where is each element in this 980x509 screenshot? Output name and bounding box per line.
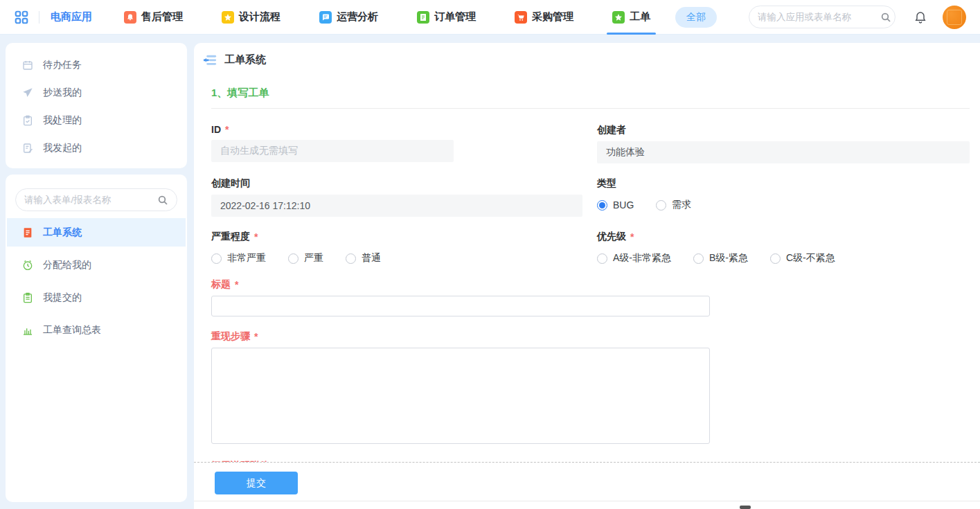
sidebar-item-label: 分配给我的 bbox=[43, 259, 91, 271]
nav-app-label: 运营分析 bbox=[337, 10, 378, 24]
radio-label: B级-紧急 bbox=[709, 252, 748, 265]
sidebar-item-label: 工单系统 bbox=[43, 226, 82, 239]
radio-unchecked-icon bbox=[288, 253, 299, 264]
nav-app-aftersales[interactable]: 售后管理 bbox=[124, 0, 183, 35]
radio-label: 普通 bbox=[362, 252, 381, 265]
required-mark: * bbox=[225, 124, 229, 135]
sidebar-item-workorder-report[interactable]: 工单查询总表 bbox=[6, 316, 187, 344]
field-repro-steps: 重现步骤 * bbox=[211, 330, 970, 446]
submit-button[interactable]: 提交 bbox=[215, 472, 298, 494]
nav-app-orders[interactable]: 订单管理 bbox=[417, 0, 476, 35]
field-label-text: 标题 bbox=[211, 278, 231, 291]
nav-app-design[interactable]: 设计流程 bbox=[222, 0, 280, 35]
horizontal-scrollbar-thumb[interactable] bbox=[740, 506, 751, 509]
star-icon bbox=[222, 11, 234, 24]
field-label-text: 创建时间 bbox=[211, 177, 250, 190]
required-mark: * bbox=[235, 279, 238, 290]
radio-unchecked-icon bbox=[346, 253, 356, 264]
radio-unchecked-icon bbox=[597, 253, 607, 264]
nav-app-label: 工单 bbox=[630, 10, 650, 24]
brand-title: 电商应用 bbox=[51, 10, 92, 24]
field-label-text: 严重程度 bbox=[211, 231, 250, 243]
sidebar-item-initiated-by-me[interactable]: 我发起的 bbox=[6, 134, 187, 162]
sidebar-item-submitted-by-me[interactable]: 我提交的 bbox=[6, 283, 187, 312]
form-search[interactable] bbox=[15, 188, 177, 211]
radio-priority-b[interactable]: B级-紧急 bbox=[693, 252, 748, 265]
title-input[interactable] bbox=[211, 296, 710, 316]
global-search[interactable] bbox=[749, 6, 896, 28]
radio-label: C级-不紧急 bbox=[786, 252, 835, 265]
field-priority: 优先级 * A级-非常紧急 B级-紧急 C级-不紧急 bbox=[597, 231, 970, 265]
radio-label: BUG bbox=[613, 199, 634, 211]
bar-chart-icon bbox=[22, 325, 33, 336]
radio-unchecked-icon bbox=[693, 253, 704, 264]
field-type: 类型 BUG 需求 bbox=[597, 177, 970, 217]
top-bar: 电商应用 售后管理 设计流程 运营分析 订单管理 bbox=[0, 0, 980, 35]
sidebar-item-todo-tasks[interactable]: 待办任务 bbox=[6, 51, 187, 79]
search-icon[interactable] bbox=[880, 12, 891, 23]
required-mark: * bbox=[254, 331, 258, 342]
clipboard-check-icon bbox=[22, 115, 33, 126]
field-creator: 创建者 功能体验 bbox=[597, 124, 970, 163]
radio-priority-c[interactable]: C级-不紧急 bbox=[770, 252, 835, 265]
edit-doc-icon bbox=[22, 143, 33, 154]
user-avatar[interactable] bbox=[943, 6, 966, 29]
nav-app-procurement[interactable]: 采购管理 bbox=[515, 0, 573, 35]
sidebar-item-label: 我提交的 bbox=[43, 292, 82, 304]
radio-label: A级-非常紧急 bbox=[613, 252, 671, 265]
section-title: 1、填写工单 bbox=[211, 87, 980, 100]
radio-label: 需求 bbox=[672, 199, 691, 211]
radio-severity-normal[interactable]: 普通 bbox=[346, 252, 381, 265]
nav-app-workorder[interactable]: 工单 bbox=[612, 0, 650, 35]
nav-app-label: 售后管理 bbox=[141, 10, 183, 24]
type-radio-group: BUG 需求 bbox=[597, 199, 970, 211]
global-search-input[interactable] bbox=[758, 12, 880, 22]
radio-unchecked-icon bbox=[211, 253, 222, 264]
field-label-text: 重现步骤 bbox=[211, 330, 250, 343]
sidebar-item-label: 我处理的 bbox=[43, 114, 82, 127]
creator-input[interactable]: 功能体验 bbox=[597, 141, 970, 163]
nav-app-label: 订单管理 bbox=[434, 10, 476, 24]
field-label: 标题 * bbox=[211, 278, 970, 291]
form-scroll-area: 工单系统 1、填写工单 ID * 自动生成无需填写 创建者 功能体验 bbox=[194, 43, 980, 462]
field-label-text: 类型 bbox=[597, 177, 616, 190]
bell-icon bbox=[124, 11, 136, 24]
calendar-icon bbox=[22, 60, 33, 71]
radio-severity-critical[interactable]: 非常严重 bbox=[211, 252, 266, 265]
search-icon[interactable] bbox=[157, 195, 168, 206]
created-time-input[interactable]: 2022-02-16 17:12:10 bbox=[211, 195, 582, 217]
sidebar-item-cc-to-me[interactable]: 抄送我的 bbox=[6, 79, 187, 107]
all-apps-button[interactable]: 全部 bbox=[675, 7, 717, 28]
divider bbox=[39, 11, 39, 24]
bottom-strip bbox=[194, 501, 980, 509]
field-label-text: 创建者 bbox=[597, 124, 626, 136]
field-label: 创建者 bbox=[597, 124, 970, 136]
collapse-menu-icon[interactable] bbox=[204, 55, 217, 66]
field-label: 类型 bbox=[597, 177, 970, 190]
form-search-input[interactable] bbox=[24, 195, 157, 205]
radio-type-requirement[interactable]: 需求 bbox=[656, 199, 691, 211]
radio-priority-a[interactable]: A级-非常紧急 bbox=[597, 252, 671, 265]
form-document-icon bbox=[22, 227, 33, 238]
field-label-text: ID bbox=[211, 124, 221, 135]
sidebar-item-handled-by-me[interactable]: 我处理的 bbox=[6, 107, 187, 134]
star-icon bbox=[612, 11, 625, 24]
field-label: 创建时间 bbox=[211, 177, 582, 190]
severity-radio-group: 非常严重 严重 普通 bbox=[211, 252, 582, 265]
radio-label: 非常严重 bbox=[227, 252, 266, 265]
sidebar-item-workorder-system[interactable]: 工单系统 bbox=[7, 218, 186, 247]
sidebar-item-assigned-to-me[interactable]: 分配给我的 bbox=[6, 251, 187, 279]
panel-header: 工单系统 bbox=[194, 43, 980, 66]
nav-app-analytics[interactable]: 运营分析 bbox=[319, 0, 378, 35]
radio-severity-serious[interactable]: 严重 bbox=[288, 252, 323, 265]
id-input[interactable]: 自动生成无需填写 bbox=[211, 140, 454, 162]
notification-bell-icon[interactable] bbox=[914, 10, 927, 24]
required-mark: * bbox=[630, 231, 634, 242]
priority-radio-group: A级-非常紧急 B级-紧急 C级-不紧急 bbox=[597, 252, 970, 265]
radio-checked-icon bbox=[597, 200, 607, 211]
field-label: ID * bbox=[211, 124, 582, 135]
repro-steps-textarea[interactable] bbox=[211, 348, 710, 444]
required-mark: * bbox=[254, 231, 258, 242]
radio-type-bug[interactable]: BUG bbox=[597, 199, 634, 211]
apps-grid-icon[interactable] bbox=[14, 10, 29, 25]
